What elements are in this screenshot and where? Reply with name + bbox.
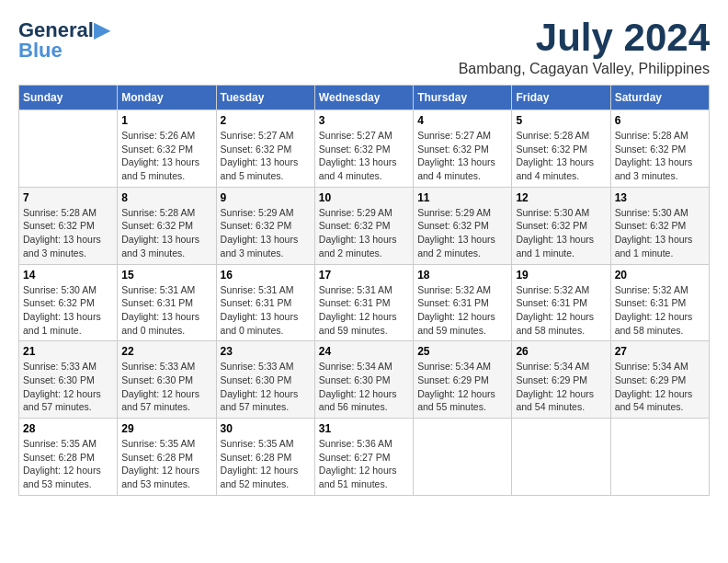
day-number: 1 — [121, 114, 211, 127]
day-number: 22 — [121, 345, 211, 358]
day-cell: 17Sunrise: 5:31 AMSunset: 6:31 PMDayligh… — [314, 264, 413, 341]
day-cell: 4Sunrise: 5:27 AMSunset: 6:32 PMDaylight… — [414, 110, 512, 188]
title-block: July 2024 Bambang, Cagayan Valley, Phili… — [459, 18, 710, 77]
day-info: Sunrise: 5:34 AMSunset: 6:30 PMDaylight:… — [319, 360, 409, 414]
day-info: Sunrise: 5:34 AMSunset: 6:29 PMDaylight:… — [615, 360, 705, 414]
day-info: Sunrise: 5:35 AMSunset: 6:28 PMDaylight:… — [221, 437, 311, 491]
day-info: Sunrise: 5:32 AMSunset: 6:31 PMDaylight:… — [516, 283, 606, 338]
day-info: Sunrise: 5:30 AMSunset: 6:32 PMDaylight:… — [516, 206, 606, 260]
day-number: 28 — [23, 422, 113, 435]
page-header: General▶ Blue July 2024 Bambang, Cagayan… — [18, 18, 710, 77]
day-number: 13 — [615, 191, 705, 204]
day-number: 21 — [23, 345, 113, 358]
day-info: Sunrise: 5:36 AMSunset: 6:27 PMDaylight:… — [319, 437, 409, 491]
day-cell: 19Sunrise: 5:32 AMSunset: 6:31 PMDayligh… — [512, 264, 610, 341]
day-info: Sunrise: 5:27 AMSunset: 6:32 PMDaylight:… — [319, 129, 409, 183]
column-header-friday: Friday — [512, 86, 610, 110]
day-info: Sunrise: 5:33 AMSunset: 6:30 PMDaylight:… — [121, 360, 211, 414]
day-cell: 9Sunrise: 5:29 AMSunset: 6:32 PMDaylight… — [216, 187, 314, 264]
day-number: 14 — [23, 269, 113, 282]
calendar-table: SundayMondayTuesdayWednesdayThursdayFrid… — [18, 85, 710, 496]
month-year-title: July 2024 — [459, 18, 710, 57]
day-info: Sunrise: 5:31 AMSunset: 6:31 PMDaylight:… — [319, 283, 409, 338]
day-cell: 15Sunrise: 5:31 AMSunset: 6:31 PMDayligh… — [118, 264, 216, 341]
day-cell: 18Sunrise: 5:32 AMSunset: 6:31 PMDayligh… — [414, 264, 512, 341]
day-cell: 21Sunrise: 5:33 AMSunset: 6:30 PMDayligh… — [19, 341, 118, 419]
column-header-tuesday: Tuesday — [216, 86, 314, 110]
day-info: Sunrise: 5:32 AMSunset: 6:31 PMDaylight:… — [615, 283, 705, 338]
header-row: SundayMondayTuesdayWednesdayThursdayFrid… — [19, 86, 710, 110]
day-cell: 24Sunrise: 5:34 AMSunset: 6:30 PMDayligh… — [314, 341, 413, 419]
column-header-wednesday: Wednesday — [314, 86, 413, 110]
day-number: 23 — [221, 345, 311, 358]
day-cell: 20Sunrise: 5:32 AMSunset: 6:31 PMDayligh… — [610, 264, 709, 341]
week-row-1: 1Sunrise: 5:26 AMSunset: 6:32 PMDaylight… — [19, 110, 710, 188]
week-row-3: 14Sunrise: 5:30 AMSunset: 6:32 PMDayligh… — [19, 264, 710, 341]
calendar-header: SundayMondayTuesdayWednesdayThursdayFrid… — [19, 86, 710, 110]
day-info: Sunrise: 5:33 AMSunset: 6:30 PMDaylight:… — [221, 360, 311, 414]
day-info: Sunrise: 5:32 AMSunset: 6:31 PMDaylight:… — [417, 283, 507, 338]
day-cell: 29Sunrise: 5:35 AMSunset: 6:28 PMDayligh… — [118, 419, 216, 496]
day-number: 17 — [319, 269, 409, 282]
day-number: 2 — [221, 114, 311, 127]
day-number: 5 — [516, 114, 606, 127]
day-number: 19 — [516, 269, 606, 282]
day-number: 12 — [516, 191, 606, 204]
day-cell — [512, 419, 610, 496]
day-info: Sunrise: 5:28 AMSunset: 6:32 PMDaylight:… — [516, 129, 606, 183]
calendar-body: 1Sunrise: 5:26 AMSunset: 6:32 PMDaylight… — [19, 110, 710, 496]
day-cell: 10Sunrise: 5:29 AMSunset: 6:32 PMDayligh… — [314, 187, 413, 264]
day-number: 16 — [221, 269, 311, 282]
day-cell: 25Sunrise: 5:34 AMSunset: 6:29 PMDayligh… — [414, 341, 512, 419]
day-info: Sunrise: 5:27 AMSunset: 6:32 PMDaylight:… — [417, 129, 507, 183]
day-number: 15 — [121, 269, 211, 282]
day-number: 30 — [221, 422, 311, 435]
day-number: 24 — [319, 345, 409, 358]
column-header-sunday: Sunday — [19, 86, 118, 110]
day-number: 4 — [417, 114, 507, 127]
day-info: Sunrise: 5:30 AMSunset: 6:32 PMDaylight:… — [615, 206, 705, 260]
day-number: 9 — [221, 191, 311, 204]
day-cell: 3Sunrise: 5:27 AMSunset: 6:32 PMDaylight… — [314, 110, 413, 188]
day-info: Sunrise: 5:29 AMSunset: 6:32 PMDaylight:… — [221, 206, 311, 260]
day-cell: 16Sunrise: 5:31 AMSunset: 6:31 PMDayligh… — [216, 264, 314, 341]
column-header-monday: Monday — [118, 86, 216, 110]
day-info: Sunrise: 5:35 AMSunset: 6:28 PMDaylight:… — [23, 437, 113, 491]
day-number: 6 — [615, 114, 705, 127]
day-cell — [414, 419, 512, 496]
day-cell: 27Sunrise: 5:34 AMSunset: 6:29 PMDayligh… — [610, 341, 709, 419]
day-cell — [19, 110, 118, 188]
day-info: Sunrise: 5:31 AMSunset: 6:31 PMDaylight:… — [221, 283, 311, 338]
day-info: Sunrise: 5:31 AMSunset: 6:31 PMDaylight:… — [121, 283, 211, 338]
day-cell: 11Sunrise: 5:29 AMSunset: 6:32 PMDayligh… — [414, 187, 512, 264]
day-cell: 14Sunrise: 5:30 AMSunset: 6:32 PMDayligh… — [19, 264, 118, 341]
day-info: Sunrise: 5:29 AMSunset: 6:32 PMDaylight:… — [319, 206, 409, 260]
day-cell: 23Sunrise: 5:33 AMSunset: 6:30 PMDayligh… — [216, 341, 314, 419]
day-info: Sunrise: 5:33 AMSunset: 6:30 PMDaylight:… — [23, 360, 113, 414]
day-number: 10 — [319, 191, 409, 204]
day-number: 29 — [121, 422, 211, 435]
day-number: 8 — [121, 191, 211, 204]
day-info: Sunrise: 5:29 AMSunset: 6:32 PMDaylight:… — [417, 206, 507, 260]
day-cell: 1Sunrise: 5:26 AMSunset: 6:32 PMDaylight… — [118, 110, 216, 188]
day-number: 11 — [417, 191, 507, 204]
week-row-5: 28Sunrise: 5:35 AMSunset: 6:28 PMDayligh… — [19, 419, 710, 496]
day-number: 27 — [615, 345, 705, 358]
day-cell — [610, 419, 709, 496]
day-cell: 12Sunrise: 5:30 AMSunset: 6:32 PMDayligh… — [512, 187, 610, 264]
day-number: 7 — [23, 191, 113, 204]
day-cell: 26Sunrise: 5:34 AMSunset: 6:29 PMDayligh… — [512, 341, 610, 419]
day-cell: 13Sunrise: 5:30 AMSunset: 6:32 PMDayligh… — [610, 187, 709, 264]
day-info: Sunrise: 5:28 AMSunset: 6:32 PMDaylight:… — [121, 206, 211, 260]
week-row-4: 21Sunrise: 5:33 AMSunset: 6:30 PMDayligh… — [19, 341, 710, 419]
day-info: Sunrise: 5:26 AMSunset: 6:32 PMDaylight:… — [121, 129, 211, 183]
logo: General▶ Blue — [18, 18, 109, 63]
day-number: 18 — [417, 269, 507, 282]
day-cell: 5Sunrise: 5:28 AMSunset: 6:32 PMDaylight… — [512, 110, 610, 188]
column-header-thursday: Thursday — [414, 86, 512, 110]
day-number: 31 — [319, 422, 409, 435]
day-number: 26 — [516, 345, 606, 358]
day-cell: 22Sunrise: 5:33 AMSunset: 6:30 PMDayligh… — [118, 341, 216, 419]
day-cell: 8Sunrise: 5:28 AMSunset: 6:32 PMDaylight… — [118, 187, 216, 264]
location-subtitle: Bambang, Cagayan Valley, Philippines — [459, 61, 710, 77]
